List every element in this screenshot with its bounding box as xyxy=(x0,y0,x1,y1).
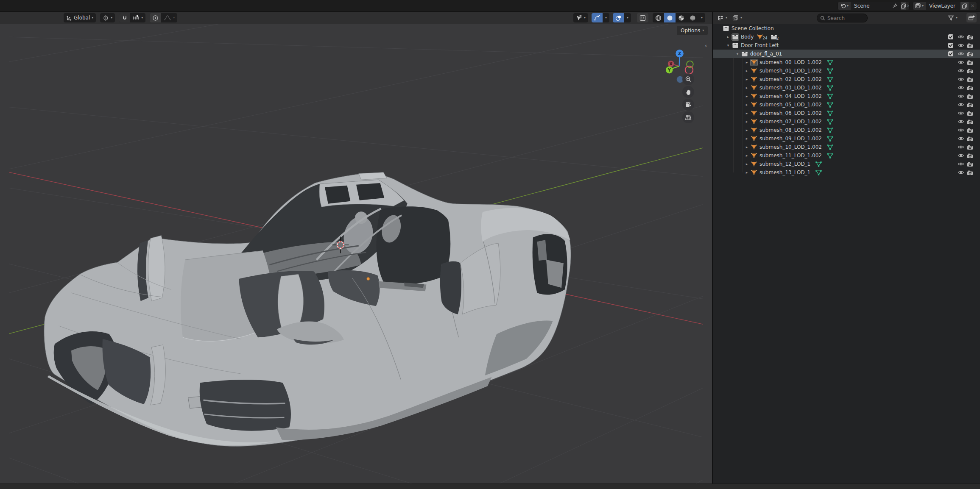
eye-icon[interactable] xyxy=(958,94,964,99)
eye-icon[interactable] xyxy=(958,170,964,175)
display-mode-dropdown[interactable]: ▾ xyxy=(731,13,743,22)
outliner-row[interactable]: ▸submesh_02_LOD_1.002 xyxy=(713,75,980,83)
disclosure-chevron-right-icon[interactable]: ▸ xyxy=(743,170,750,175)
mesh-data-icon[interactable] xyxy=(827,102,833,108)
eye-icon[interactable] xyxy=(958,144,964,150)
eye-icon[interactable] xyxy=(958,43,964,48)
snap-settings-dropdown[interactable]: ▾ xyxy=(130,13,145,22)
disclosure-chevron-right-icon[interactable]: ▸ xyxy=(743,153,750,158)
eye-icon[interactable] xyxy=(958,161,964,167)
disclosure-chevron-right-icon[interactable]: ▸ xyxy=(743,119,750,124)
item-name[interactable]: submesh_03_LOD_1.002 xyxy=(759,85,822,91)
outliner-row[interactable]: ▸submesh_10_LOD_1.002 xyxy=(713,143,980,151)
filter-dropdown[interactable]: ▾ xyxy=(946,13,959,22)
viewport-canvas[interactable]: Z X Y xyxy=(0,24,712,483)
disclosure-chevron-right-icon[interactable]: ▸ xyxy=(743,69,750,73)
snap-toggle[interactable] xyxy=(119,13,130,22)
disclosure-chevron-right-icon[interactable]: ▸ xyxy=(743,103,750,107)
eye-icon[interactable] xyxy=(958,136,964,141)
outliner-row[interactable]: ▸submesh_11_LOD_1.002 xyxy=(713,151,980,160)
collection-icon[interactable] xyxy=(741,51,748,57)
zoom-button[interactable] xyxy=(682,73,694,85)
item-name[interactable]: submesh_12_LOD_1 xyxy=(759,161,810,167)
proportional-edit-toggle[interactable] xyxy=(150,13,161,22)
exclude-checkbox[interactable] xyxy=(948,34,954,40)
outliner-row[interactable]: ▸submesh_08_LOD_1.002 xyxy=(713,126,980,134)
outliner-row[interactable]: ▸Body242 xyxy=(713,33,980,41)
eye-icon[interactable] xyxy=(958,119,964,124)
object-visibility-dropdown[interactable]: ▾ xyxy=(573,13,588,22)
disclosure-chevron-right-icon[interactable]: ▸ xyxy=(725,35,732,39)
eye-icon[interactable] xyxy=(958,77,964,82)
mesh-icon[interactable] xyxy=(750,102,758,107)
scene-name[interactable]: Scene xyxy=(854,3,890,9)
item-name[interactable]: door_fl_a_01 xyxy=(750,51,782,57)
eye-icon[interactable] xyxy=(958,153,964,158)
toggle-ortho-button[interactable] xyxy=(682,111,694,123)
eye-icon[interactable] xyxy=(958,60,964,65)
outliner-row[interactable]: ▸submesh_05_LOD_1.002 xyxy=(713,100,980,109)
camera-icon[interactable] xyxy=(967,77,973,82)
exclude-checkbox[interactable] xyxy=(948,51,954,57)
outliner-row[interactable]: ▾Door Front Left xyxy=(713,41,980,50)
browse-scene-button[interactable]: ▾ xyxy=(838,2,851,10)
disclosure-chevron-down-icon[interactable]: ▾ xyxy=(734,52,741,56)
mesh-data-icon[interactable] xyxy=(827,68,833,74)
mesh-data-icon[interactable] xyxy=(827,136,833,142)
falloff-dropdown[interactable]: ▾ xyxy=(161,13,177,22)
mesh-data-icon[interactable] xyxy=(815,170,822,175)
item-name[interactable]: submesh_06_LOD_1.002 xyxy=(759,110,822,116)
show-overlays-toggle[interactable] xyxy=(613,13,624,22)
camera-icon[interactable] xyxy=(967,144,973,150)
outliner-row[interactable]: ▸submesh_06_LOD_1.002 xyxy=(713,109,980,117)
mesh-data-icon[interactable] xyxy=(827,153,833,158)
camera-icon[interactable] xyxy=(967,94,973,99)
disclosure-chevron-right-icon[interactable]: ▸ xyxy=(743,60,750,64)
scene-selector[interactable]: ▾ Scene ✕ xyxy=(838,2,910,10)
exclude-checkbox[interactable] xyxy=(948,42,954,48)
mesh-data-icon[interactable] xyxy=(827,60,833,65)
mesh-icon[interactable] xyxy=(750,128,758,133)
mesh-icon[interactable] xyxy=(750,161,758,167)
item-name[interactable]: submesh_01_LOD_1.002 xyxy=(759,68,822,74)
item-name[interactable]: submesh_10_LOD_1.002 xyxy=(759,144,822,150)
shading-settings-dropdown[interactable]: ▾ xyxy=(698,13,705,22)
mesh-icon[interactable] xyxy=(750,77,758,82)
pan-hand-button[interactable] xyxy=(682,86,694,98)
mesh-icon[interactable] xyxy=(750,111,758,116)
eye-icon[interactable] xyxy=(958,85,964,90)
overlays-settings-dropdown[interactable]: ▾ xyxy=(624,13,631,22)
camera-icon[interactable] xyxy=(967,161,973,167)
camera-icon[interactable] xyxy=(967,153,973,158)
mesh-icon[interactable] xyxy=(750,170,758,175)
item-name[interactable]: submesh_07_LOD_1.002 xyxy=(759,119,822,125)
eye-icon[interactable] xyxy=(958,102,964,107)
new-collection-button[interactable] xyxy=(966,13,977,22)
disclosure-chevron-right-icon[interactable]: ▸ xyxy=(743,128,750,132)
mesh-icon[interactable] xyxy=(750,94,758,99)
outliner-row[interactable]: ▸submesh_01_LOD_1.002 xyxy=(713,67,980,75)
mesh-data-icon[interactable] xyxy=(827,111,833,116)
disclosure-chevron-right-icon[interactable]: ▸ xyxy=(743,162,750,166)
mesh-icon[interactable] xyxy=(750,68,758,73)
delete-viewlayer-button[interactable]: ✕ xyxy=(969,2,977,10)
camera-icon[interactable] xyxy=(967,128,973,133)
item-name[interactable]: Scene Collection xyxy=(732,25,774,31)
camera-icon[interactable] xyxy=(967,85,973,91)
disclosure-chevron-right-icon[interactable]: ▸ xyxy=(743,94,750,98)
mesh-data-icon[interactable] xyxy=(827,77,833,82)
eye-icon[interactable] xyxy=(958,68,964,73)
outliner-row[interactable]: ▸submesh_04_LOD_1.002 xyxy=(713,92,980,100)
delete-scene-button[interactable]: ✕ xyxy=(906,2,910,10)
item-name[interactable]: submesh_00_LOD_1.002 xyxy=(759,59,822,65)
item-name[interactable]: submesh_09_LOD_1.002 xyxy=(759,136,822,142)
mesh-icon[interactable] xyxy=(750,136,758,141)
camera-icon[interactable] xyxy=(967,68,973,74)
viewlayer-selector[interactable]: ▾ ViewLayer ✕ xyxy=(913,2,977,10)
disclosure-chevron-right-icon[interactable]: ▸ xyxy=(743,136,750,141)
mesh-icon[interactable] xyxy=(750,144,758,150)
camera-icon[interactable] xyxy=(967,111,973,116)
mesh-icon[interactable] xyxy=(750,85,758,90)
car-model[interactable] xyxy=(44,172,571,447)
mesh-data-icon[interactable] xyxy=(827,128,833,133)
